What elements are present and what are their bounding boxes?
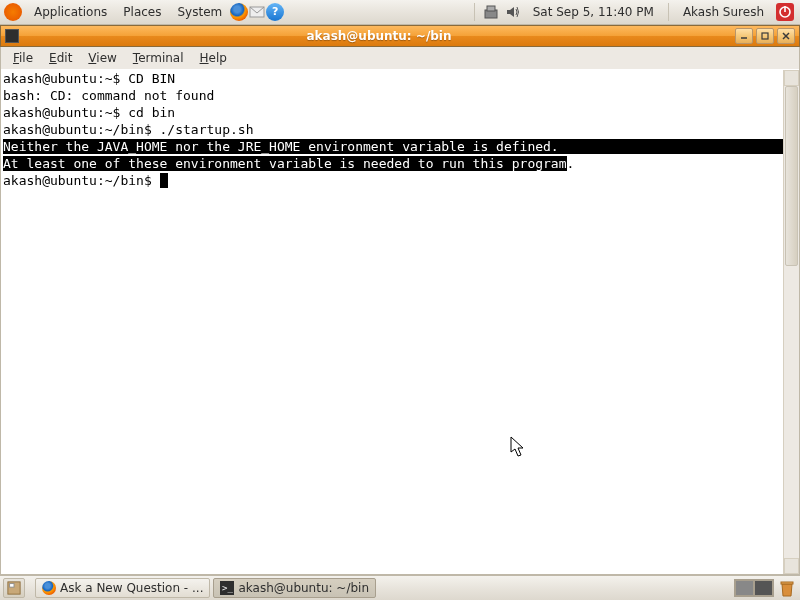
window-titlebar[interactable]: akash@ubuntu: ~/bin (0, 25, 800, 47)
maximize-button[interactable] (756, 28, 774, 44)
menu-view[interactable]: View (80, 49, 124, 67)
svg-text:>_: >_ (222, 583, 233, 593)
window-title: akash@ubuntu: ~/bin (23, 29, 735, 43)
terminal-titlebar-icon (5, 29, 19, 43)
svg-rect-2 (487, 6, 495, 11)
terminal-output[interactable]: akash@ubuntu:~$ CD BINbash: CD: command … (0, 69, 800, 575)
applications-menu[interactable]: Applications (26, 1, 115, 23)
workspace-switcher[interactable] (734, 579, 774, 597)
terminal-line: akash@ubuntu:~$ cd bin (3, 104, 797, 121)
scrollbar-thumb[interactable] (785, 86, 798, 266)
svg-rect-6 (762, 33, 768, 39)
terminal-window: akash@ubuntu: ~/bin File Edit View Termi… (0, 25, 800, 575)
terminal-line: At least one of these environment variab… (3, 155, 797, 172)
close-button[interactable] (777, 28, 795, 44)
workspace-1[interactable] (735, 580, 754, 596)
clock-applet[interactable]: Sat Sep 5, 11:40 PM (527, 5, 660, 19)
gnome-bottom-panel: Ask a New Question - ... >_ akash@ubuntu… (0, 575, 800, 600)
user-menu[interactable]: Akash Suresh (677, 5, 770, 19)
system-menu[interactable]: System (169, 1, 230, 23)
task-label: Ask a New Question - ... (60, 581, 203, 595)
ubuntu-logo-icon[interactable] (4, 3, 22, 21)
terminal-line: bash: CD: command not found (3, 87, 797, 104)
gnome-top-panel: Applications Places System ? Sat Sep 5, … (0, 0, 800, 25)
places-menu[interactable]: Places (115, 1, 169, 23)
task-label: akash@ubuntu: ~/bin (238, 581, 369, 595)
trash-icon[interactable] (777, 578, 797, 598)
taskbar-item-firefox[interactable]: Ask a New Question - ... (35, 578, 210, 598)
scrollbar-track[interactable] (784, 86, 799, 558)
panel-separator (668, 3, 669, 21)
terminal-line: Neither the JAVA_HOME nor the JRE_HOME e… (3, 138, 797, 155)
workspace-2[interactable] (754, 580, 773, 596)
menu-edit[interactable]: Edit (41, 49, 80, 67)
shutdown-icon[interactable] (776, 3, 794, 21)
help-launcher-icon[interactable]: ? (266, 3, 284, 21)
scrollbar-down-button[interactable] (784, 558, 799, 574)
evolution-launcher-icon[interactable] (248, 3, 266, 21)
terminal-line: akash@ubuntu:~$ CD BIN (3, 70, 797, 87)
firefox-launcher-icon[interactable] (230, 3, 248, 21)
svg-rect-13 (781, 582, 793, 584)
menu-terminal[interactable]: Terminal (125, 49, 192, 67)
svg-rect-10 (10, 584, 14, 588)
taskbar-item-terminal[interactable]: >_ akash@ubuntu: ~/bin (213, 578, 376, 598)
terminal-line: akash@ubuntu:~/bin$ (3, 172, 797, 189)
terminal-icon: >_ (220, 581, 234, 595)
panel-separator (474, 3, 475, 21)
terminal-line: akash@ubuntu:~/bin$ ./startup.sh (3, 121, 797, 138)
menu-file[interactable]: File (5, 49, 41, 67)
volume-icon[interactable] (505, 4, 521, 20)
firefox-icon (42, 581, 56, 595)
terminal-menubar: File Edit View Terminal Help (0, 47, 800, 69)
update-notifier-icon[interactable] (483, 4, 499, 20)
terminal-scrollbar[interactable] (783, 70, 799, 574)
minimize-button[interactable] (735, 28, 753, 44)
terminal-cursor (160, 173, 168, 188)
scrollbar-up-button[interactable] (784, 70, 799, 86)
show-desktop-button[interactable] (3, 578, 25, 598)
menu-help[interactable]: Help (192, 49, 235, 67)
